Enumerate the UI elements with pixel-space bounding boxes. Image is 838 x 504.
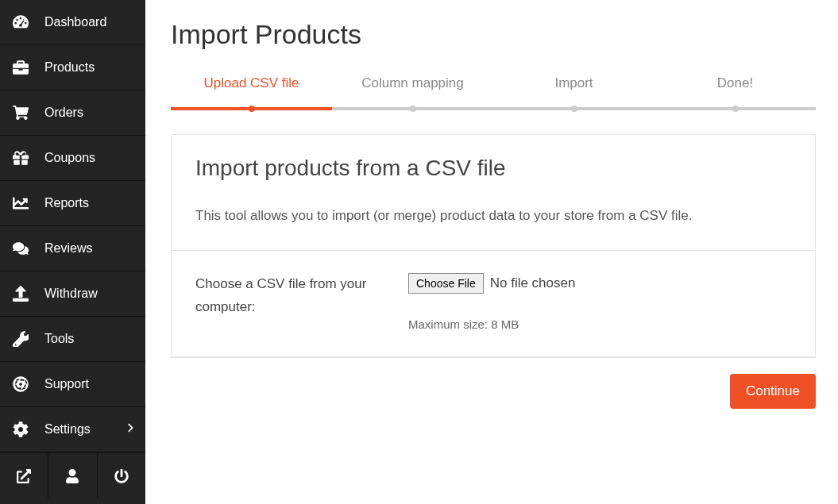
main-content: Import Products Upload CSV file Column m… bbox=[145, 0, 838, 504]
card-description: This tool allows you to import (or merge… bbox=[195, 205, 791, 228]
sidebar-item-reviews[interactable]: Reviews bbox=[0, 226, 145, 271]
sidebar-item-products[interactable]: Products bbox=[0, 45, 145, 90]
file-hint: Maximum size: 8 MB bbox=[408, 317, 791, 331]
import-card: Import products from a CSV file This too… bbox=[171, 134, 816, 358]
sidebar-item-label: Tools bbox=[44, 332, 74, 346]
file-status: No file chosen bbox=[490, 275, 576, 291]
gift-icon bbox=[11, 150, 30, 166]
step-import[interactable]: Import bbox=[493, 75, 655, 110]
actions: Continue bbox=[171, 374, 816, 409]
step-label: Done! bbox=[717, 75, 753, 90]
file-control: Choose File No file chosen Maximum size:… bbox=[408, 273, 791, 331]
upload-icon bbox=[11, 286, 30, 302]
sidebar-item-label: Reviews bbox=[44, 241, 92, 256]
sidebar-bottom bbox=[0, 452, 145, 498]
sidebar-item-reports[interactable]: Reports bbox=[0, 181, 145, 226]
life-ring-icon bbox=[11, 376, 30, 392]
card-header: Import products from a CSV file This too… bbox=[172, 135, 815, 250]
file-label: Choose a CSV file from your computer: bbox=[195, 273, 408, 331]
sidebar-item-tools[interactable]: Tools bbox=[0, 317, 145, 362]
sidebar-item-label: Withdraw bbox=[44, 287, 98, 301]
page-title: Import Products bbox=[171, 19, 816, 50]
cart-icon bbox=[11, 105, 30, 121]
step-done[interactable]: Done! bbox=[655, 75, 816, 110]
file-input-wrap: Choose File No file chosen bbox=[408, 273, 791, 294]
sidebar-item-label: Products bbox=[44, 60, 95, 75]
sidebar-item-settings[interactable]: Settings bbox=[0, 407, 145, 452]
chart-icon bbox=[11, 195, 30, 211]
chevron-right-icon bbox=[126, 422, 134, 437]
external-link-button[interactable] bbox=[0, 453, 48, 498]
sidebar-item-label: Orders bbox=[44, 106, 83, 120]
step-label: Column mapping bbox=[361, 75, 464, 90]
gear-icon bbox=[11, 421, 30, 437]
step-label: Import bbox=[554, 75, 593, 90]
sidebar-item-label: Settings bbox=[44, 422, 91, 437]
power-button[interactable] bbox=[98, 453, 145, 498]
sidebar-item-dashboard[interactable]: Dashboard bbox=[0, 0, 145, 45]
wrench-icon bbox=[11, 331, 30, 347]
sidebar-item-label: Support bbox=[44, 377, 89, 391]
continue-button[interactable]: Continue bbox=[730, 374, 816, 409]
sidebar-item-withdraw[interactable]: Withdraw bbox=[0, 271, 145, 317]
file-row: Choose a CSV file from your computer: Ch… bbox=[172, 250, 815, 357]
step-upload[interactable]: Upload CSV file bbox=[171, 75, 332, 110]
user-button[interactable] bbox=[48, 453, 97, 498]
steps-nav: Upload CSV file Column mapping Import Do… bbox=[171, 75, 816, 110]
sidebar-item-label: Coupons bbox=[44, 151, 95, 165]
card-title: Import products from a CSV file bbox=[195, 156, 791, 181]
sidebar: Dashboard Products Orders Coupons Report… bbox=[0, 0, 145, 504]
step-label: Upload CSV file bbox=[203, 75, 299, 90]
sidebar-item-coupons[interactable]: Coupons bbox=[0, 136, 145, 181]
sidebar-item-support[interactable]: Support bbox=[0, 362, 145, 407]
comments-icon bbox=[11, 240, 30, 256]
sidebar-item-orders[interactable]: Orders bbox=[0, 90, 145, 136]
choose-file-button[interactable]: Choose File bbox=[408, 273, 484, 294]
briefcase-icon bbox=[11, 60, 30, 75]
sidebar-item-label: Reports bbox=[44, 196, 89, 210]
step-mapping[interactable]: Column mapping bbox=[332, 75, 493, 110]
sidebar-item-label: Dashboard bbox=[44, 15, 106, 29]
dashboard-icon bbox=[11, 14, 30, 30]
